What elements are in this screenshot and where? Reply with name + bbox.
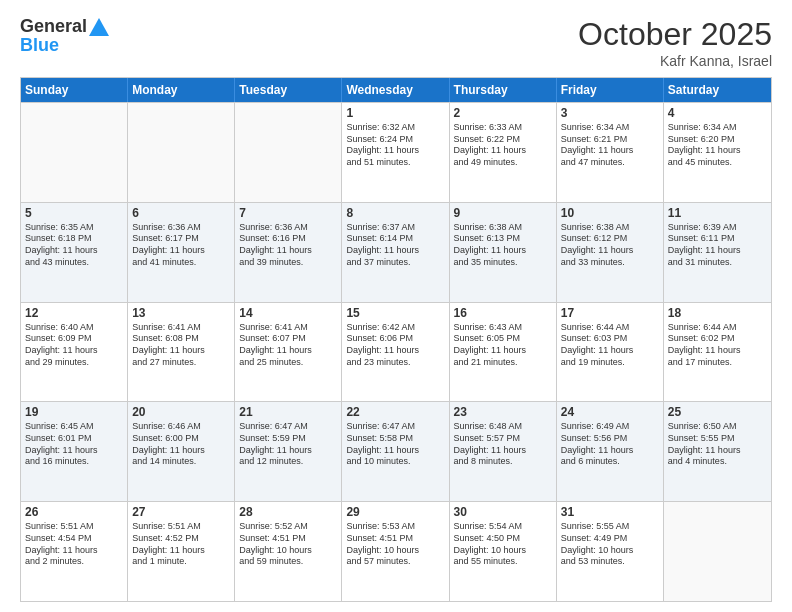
- calendar-cell: 7Sunrise: 6:36 AM Sunset: 6:16 PM Daylig…: [235, 203, 342, 302]
- cell-day-number: 22: [346, 405, 444, 419]
- cell-day-number: 29: [346, 505, 444, 519]
- cell-info: Sunrise: 6:44 AM Sunset: 6:03 PM Dayligh…: [561, 322, 659, 369]
- cell-day-number: 19: [25, 405, 123, 419]
- calendar-cell: [128, 103, 235, 202]
- calendar-cell: 5Sunrise: 6:35 AM Sunset: 6:18 PM Daylig…: [21, 203, 128, 302]
- cell-info: Sunrise: 5:53 AM Sunset: 4:51 PM Dayligh…: [346, 521, 444, 568]
- page: General Blue October 2025 Kafr Kanna, Is…: [0, 0, 792, 612]
- cell-day-number: 12: [25, 306, 123, 320]
- header-day-monday: Monday: [128, 78, 235, 102]
- month-title: October 2025: [578, 16, 772, 53]
- cell-info: Sunrise: 6:32 AM Sunset: 6:24 PM Dayligh…: [346, 122, 444, 169]
- cell-info: Sunrise: 6:41 AM Sunset: 6:07 PM Dayligh…: [239, 322, 337, 369]
- header: General Blue October 2025 Kafr Kanna, Is…: [20, 16, 772, 69]
- calendar-cell: 15Sunrise: 6:42 AM Sunset: 6:06 PM Dayli…: [342, 303, 449, 402]
- calendar-cell: 17Sunrise: 6:44 AM Sunset: 6:03 PM Dayli…: [557, 303, 664, 402]
- calendar-cell: 8Sunrise: 6:37 AM Sunset: 6:14 PM Daylig…: [342, 203, 449, 302]
- calendar-cell: 20Sunrise: 6:46 AM Sunset: 6:00 PM Dayli…: [128, 402, 235, 501]
- cell-info: Sunrise: 6:47 AM Sunset: 5:59 PM Dayligh…: [239, 421, 337, 468]
- cell-info: Sunrise: 6:38 AM Sunset: 6:13 PM Dayligh…: [454, 222, 552, 269]
- logo-triangle-icon: [89, 18, 109, 36]
- logo-general-text: General: [20, 16, 87, 37]
- calendar-cell: 25Sunrise: 6:50 AM Sunset: 5:55 PM Dayli…: [664, 402, 771, 501]
- logo-blue-text: Blue: [20, 35, 59, 56]
- calendar-cell: 12Sunrise: 6:40 AM Sunset: 6:09 PM Dayli…: [21, 303, 128, 402]
- cell-day-number: 30: [454, 505, 552, 519]
- calendar-week-5: 26Sunrise: 5:51 AM Sunset: 4:54 PM Dayli…: [21, 501, 771, 601]
- calendar-week-4: 19Sunrise: 6:45 AM Sunset: 6:01 PM Dayli…: [21, 401, 771, 501]
- cell-info: Sunrise: 6:37 AM Sunset: 6:14 PM Dayligh…: [346, 222, 444, 269]
- cell-info: Sunrise: 5:52 AM Sunset: 4:51 PM Dayligh…: [239, 521, 337, 568]
- calendar-cell: 21Sunrise: 6:47 AM Sunset: 5:59 PM Dayli…: [235, 402, 342, 501]
- calendar-cell: 16Sunrise: 6:43 AM Sunset: 6:05 PM Dayli…: [450, 303, 557, 402]
- cell-info: Sunrise: 5:51 AM Sunset: 4:54 PM Dayligh…: [25, 521, 123, 568]
- calendar-cell: 14Sunrise: 6:41 AM Sunset: 6:07 PM Dayli…: [235, 303, 342, 402]
- cell-day-number: 23: [454, 405, 552, 419]
- cell-info: Sunrise: 5:54 AM Sunset: 4:50 PM Dayligh…: [454, 521, 552, 568]
- calendar-week-2: 5Sunrise: 6:35 AM Sunset: 6:18 PM Daylig…: [21, 202, 771, 302]
- cell-day-number: 25: [668, 405, 767, 419]
- calendar-cell: 9Sunrise: 6:38 AM Sunset: 6:13 PM Daylig…: [450, 203, 557, 302]
- cell-day-number: 26: [25, 505, 123, 519]
- calendar-cell: 1Sunrise: 6:32 AM Sunset: 6:24 PM Daylig…: [342, 103, 449, 202]
- calendar-cell: 30Sunrise: 5:54 AM Sunset: 4:50 PM Dayli…: [450, 502, 557, 601]
- calendar-cell: 2Sunrise: 6:33 AM Sunset: 6:22 PM Daylig…: [450, 103, 557, 202]
- cell-info: Sunrise: 6:45 AM Sunset: 6:01 PM Dayligh…: [25, 421, 123, 468]
- title-block: October 2025 Kafr Kanna, Israel: [578, 16, 772, 69]
- cell-day-number: 15: [346, 306, 444, 320]
- cell-day-number: 4: [668, 106, 767, 120]
- cell-info: Sunrise: 6:35 AM Sunset: 6:18 PM Dayligh…: [25, 222, 123, 269]
- calendar-cell: 27Sunrise: 5:51 AM Sunset: 4:52 PM Dayli…: [128, 502, 235, 601]
- calendar-cell: 6Sunrise: 6:36 AM Sunset: 6:17 PM Daylig…: [128, 203, 235, 302]
- cell-info: Sunrise: 6:36 AM Sunset: 6:16 PM Dayligh…: [239, 222, 337, 269]
- calendar-body: 1Sunrise: 6:32 AM Sunset: 6:24 PM Daylig…: [21, 102, 771, 601]
- cell-info: Sunrise: 6:46 AM Sunset: 6:00 PM Dayligh…: [132, 421, 230, 468]
- cell-info: Sunrise: 6:41 AM Sunset: 6:08 PM Dayligh…: [132, 322, 230, 369]
- calendar-week-3: 12Sunrise: 6:40 AM Sunset: 6:09 PM Dayli…: [21, 302, 771, 402]
- cell-day-number: 24: [561, 405, 659, 419]
- cell-day-number: 8: [346, 206, 444, 220]
- calendar-cell: 13Sunrise: 6:41 AM Sunset: 6:08 PM Dayli…: [128, 303, 235, 402]
- cell-info: Sunrise: 5:51 AM Sunset: 4:52 PM Dayligh…: [132, 521, 230, 568]
- cell-day-number: 21: [239, 405, 337, 419]
- calendar-cell: [664, 502, 771, 601]
- cell-info: Sunrise: 6:38 AM Sunset: 6:12 PM Dayligh…: [561, 222, 659, 269]
- cell-day-number: 31: [561, 505, 659, 519]
- cell-info: Sunrise: 6:33 AM Sunset: 6:22 PM Dayligh…: [454, 122, 552, 169]
- calendar-cell: 28Sunrise: 5:52 AM Sunset: 4:51 PM Dayli…: [235, 502, 342, 601]
- cell-day-number: 7: [239, 206, 337, 220]
- cell-info: Sunrise: 6:34 AM Sunset: 6:20 PM Dayligh…: [668, 122, 767, 169]
- header-day-thursday: Thursday: [450, 78, 557, 102]
- cell-day-number: 17: [561, 306, 659, 320]
- cell-day-number: 18: [668, 306, 767, 320]
- calendar-cell: 26Sunrise: 5:51 AM Sunset: 4:54 PM Dayli…: [21, 502, 128, 601]
- cell-info: Sunrise: 6:48 AM Sunset: 5:57 PM Dayligh…: [454, 421, 552, 468]
- cell-day-number: 1: [346, 106, 444, 120]
- cell-info: Sunrise: 6:40 AM Sunset: 6:09 PM Dayligh…: [25, 322, 123, 369]
- calendar-cell: 29Sunrise: 5:53 AM Sunset: 4:51 PM Dayli…: [342, 502, 449, 601]
- calendar-cell: 24Sunrise: 6:49 AM Sunset: 5:56 PM Dayli…: [557, 402, 664, 501]
- cell-day-number: 2: [454, 106, 552, 120]
- cell-info: Sunrise: 6:42 AM Sunset: 6:06 PM Dayligh…: [346, 322, 444, 369]
- cell-day-number: 27: [132, 505, 230, 519]
- calendar-cell: 10Sunrise: 6:38 AM Sunset: 6:12 PM Dayli…: [557, 203, 664, 302]
- cell-day-number: 13: [132, 306, 230, 320]
- calendar-header: SundayMondayTuesdayWednesdayThursdayFrid…: [21, 78, 771, 102]
- cell-info: Sunrise: 6:36 AM Sunset: 6:17 PM Dayligh…: [132, 222, 230, 269]
- cell-day-number: 20: [132, 405, 230, 419]
- cell-info: Sunrise: 5:55 AM Sunset: 4:49 PM Dayligh…: [561, 521, 659, 568]
- cell-info: Sunrise: 6:43 AM Sunset: 6:05 PM Dayligh…: [454, 322, 552, 369]
- calendar-cell: 18Sunrise: 6:44 AM Sunset: 6:02 PM Dayli…: [664, 303, 771, 402]
- header-day-wednesday: Wednesday: [342, 78, 449, 102]
- header-day-friday: Friday: [557, 78, 664, 102]
- cell-info: Sunrise: 6:39 AM Sunset: 6:11 PM Dayligh…: [668, 222, 767, 269]
- cell-day-number: 14: [239, 306, 337, 320]
- header-day-sunday: Sunday: [21, 78, 128, 102]
- calendar-cell: 19Sunrise: 6:45 AM Sunset: 6:01 PM Dayli…: [21, 402, 128, 501]
- cell-day-number: 28: [239, 505, 337, 519]
- cell-info: Sunrise: 6:47 AM Sunset: 5:58 PM Dayligh…: [346, 421, 444, 468]
- cell-info: Sunrise: 6:50 AM Sunset: 5:55 PM Dayligh…: [668, 421, 767, 468]
- calendar-week-1: 1Sunrise: 6:32 AM Sunset: 6:24 PM Daylig…: [21, 102, 771, 202]
- calendar-cell: 4Sunrise: 6:34 AM Sunset: 6:20 PM Daylig…: [664, 103, 771, 202]
- header-day-tuesday: Tuesday: [235, 78, 342, 102]
